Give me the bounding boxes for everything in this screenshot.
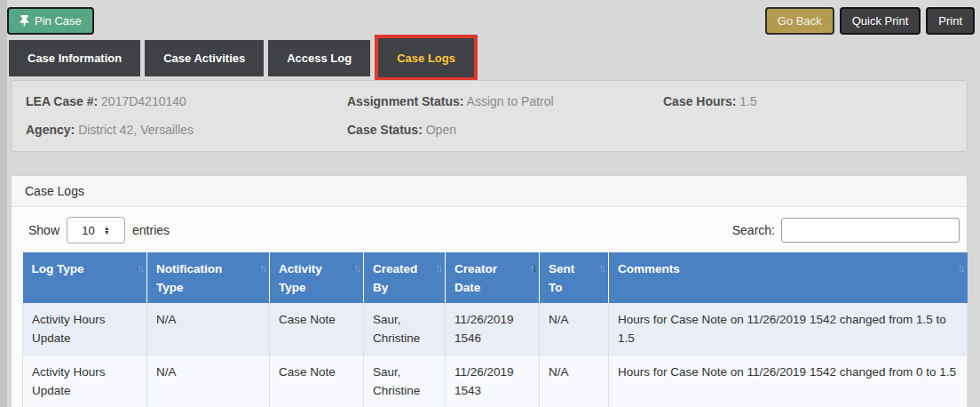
case-status-label: Case Status: xyxy=(347,123,423,137)
search-input[interactable] xyxy=(781,218,960,243)
show-label: Show xyxy=(28,223,59,237)
panel-body: Show 10 ▲▼ entries Search: Log Type↑↓ No xyxy=(12,207,967,407)
tab-case-information[interactable]: Case Information xyxy=(9,40,140,76)
pin-case-label: Pin Case xyxy=(35,14,82,28)
column-header-notification-type[interactable]: Notification Type↑↓ xyxy=(147,252,270,303)
column-header-sent-to[interactable]: Sent To↑↓ xyxy=(540,252,609,303)
case-logs-table: Log Type↑↓ Notification Type↑↓ Activity … xyxy=(22,252,968,407)
sort-icon: ↑↓ xyxy=(259,260,265,277)
entries-label: entries xyxy=(132,223,170,237)
case-status-field: Case Status: Open xyxy=(347,123,663,137)
table-controls: Show 10 ▲▼ entries Search: xyxy=(17,212,961,252)
cell-sent-to: N/A xyxy=(540,355,609,407)
table-header-row: Log Type↑↓ Notification Type↑↓ Activity … xyxy=(23,252,968,303)
cell-sent-to: N/A xyxy=(540,303,609,355)
page-length-select[interactable]: 10 ▲▼ xyxy=(67,217,125,243)
cell-created-by: Saur, Christine xyxy=(364,355,446,407)
case-hours-value: 1.5 xyxy=(739,94,756,108)
agency-label: Agency: xyxy=(26,123,75,137)
cell-notification-type: N/A xyxy=(147,355,270,407)
page-length-value: 10 xyxy=(82,224,94,237)
lea-case-number-value: 2017D4210140 xyxy=(101,94,186,108)
case-hours-field: Case Hours: 1.5 xyxy=(663,94,952,108)
case-logs-tab-highlight-annotation: Case Logs xyxy=(375,35,478,81)
lea-case-number-field: LEA Case #: 2017D4210140 xyxy=(26,94,347,108)
cell-comments: Hours for Case Note on 11/26/2019 1542 c… xyxy=(609,355,968,407)
assignment-status-value: Assign to Patrol xyxy=(467,94,554,108)
table-row: Activity Hours Update N/A Case Note Saur… xyxy=(23,303,968,355)
column-header-created-by[interactable]: Created By↑↓ xyxy=(364,252,446,303)
column-header-comments[interactable]: Comments↑↓ xyxy=(609,252,968,303)
case-logs-panel: Case Logs Show 10 ▲▼ entries Search: xyxy=(11,175,968,407)
case-status-value: Open xyxy=(426,123,456,137)
pushpin-icon xyxy=(20,15,29,27)
case-hours-label: Case Hours: xyxy=(663,94,736,108)
cell-created-by: Saur, Christine xyxy=(364,303,446,355)
select-arrows-icon: ▲▼ xyxy=(104,226,110,235)
sort-icon-active: ↑↓ xyxy=(529,260,534,277)
lea-case-number-label: LEA Case #: xyxy=(26,94,98,108)
cell-log-type: Activity Hours Update xyxy=(23,303,147,355)
cell-activity-type: Case Note xyxy=(270,355,364,407)
cell-comments: Hours for Case Note on 11/26/2019 1542 c… xyxy=(609,303,968,355)
tab-case-activities[interactable]: Case Activities xyxy=(145,40,264,76)
case-summary-panel: LEA Case #: 2017D4210140 Assignment Stat… xyxy=(11,80,968,152)
summary-empty-cell xyxy=(663,123,952,137)
panel-title: Case Logs xyxy=(12,176,967,207)
sort-icon: ↑↓ xyxy=(435,260,440,277)
cell-activity-type: Case Note xyxy=(270,303,364,355)
tab-access-log[interactable]: Access Log xyxy=(268,40,370,76)
cell-creator-date: 11/26/2019 1543 xyxy=(446,355,540,407)
assignment-status-label: Assignment Status: xyxy=(347,94,463,108)
go-back-button[interactable]: Go Back xyxy=(765,7,834,35)
assignment-status-field: Assignment Status: Assign to Patrol xyxy=(347,94,663,108)
search-label: Search: xyxy=(732,223,775,237)
sort-icon: ↑↓ xyxy=(598,260,604,277)
column-header-activity-type[interactable]: Activity Type↑↓ xyxy=(270,252,364,303)
agency-value: District 42, Versailles xyxy=(78,123,194,137)
top-toolbar: Pin Case Go Back Quick Print Print xyxy=(7,7,975,35)
column-header-log-type[interactable]: Log Type↑↓ xyxy=(23,252,147,303)
agency-field: Agency: District 42, Versailles xyxy=(26,123,347,137)
sort-icon: ↑↓ xyxy=(137,260,142,277)
print-button[interactable]: Print xyxy=(926,7,975,35)
case-detail-screen: Pin Case Go Back Quick Print Print Case … xyxy=(0,0,980,407)
cell-notification-type: N/A xyxy=(147,303,270,355)
column-header-creator-date[interactable]: Creator Date↑↓ xyxy=(446,252,540,303)
sort-icon: ↑↓ xyxy=(353,260,359,277)
cell-log-type: Activity Hours Update xyxy=(23,355,147,407)
page-left-gutter xyxy=(0,0,7,407)
quick-print-button[interactable]: Quick Print xyxy=(840,7,921,35)
case-tabs: Case Information Case Activities Access … xyxy=(9,40,478,76)
cell-creator-date: 11/26/2019 1546 xyxy=(446,303,540,355)
pin-case-button[interactable]: Pin Case xyxy=(7,7,94,35)
tab-case-logs[interactable]: Case Logs xyxy=(378,38,474,77)
table-row: Activity Hours Update N/A Case Note Saur… xyxy=(23,355,968,407)
sort-icon: ↑↓ xyxy=(958,260,963,277)
